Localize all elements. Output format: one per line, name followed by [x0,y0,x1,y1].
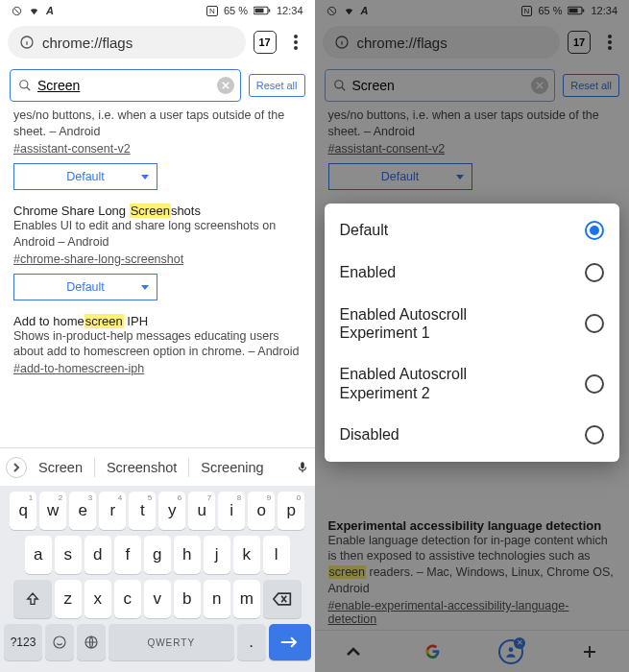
key-s[interactable]: s [55,536,82,574]
backspace-key[interactable] [263,580,302,618]
key-p[interactable]: p0 [278,492,304,530]
reset-all-button[interactable]: Reset all [249,74,305,97]
url-field[interactable]: chrome://flags [323,26,561,59]
option-autoscroll-1[interactable]: Enabled Autoscroll Experiment 1 [325,294,620,353]
info-icon [334,35,350,50]
flags-search-box[interactable] [325,69,556,102]
language-key[interactable] [77,624,106,660]
flag-anchor[interactable]: #enable-experimental-accessibility-langu… [328,599,617,626]
flag-desc: Shows in-product-help messages educating… [13,328,302,361]
clear-search-button[interactable] [217,77,234,94]
overflow-menu-button[interactable] [284,35,307,50]
flag-anchor[interactable]: #assistant-consent-v2 [328,142,446,156]
key-h[interactable]: h [174,536,201,574]
key-x[interactable]: x [85,580,111,618]
key-m[interactable]: m [233,580,260,618]
key-a[interactable]: a [25,536,52,574]
flags-search-input[interactable] [352,78,526,93]
key-l[interactable]: l [263,536,290,574]
key-f[interactable]: f [114,536,141,574]
key-q[interactable]: q1 [10,492,36,530]
flag-dropdown[interactable]: Default [13,163,157,190]
google-button[interactable] [415,635,449,669]
radio-icon [585,263,604,282]
google-logo-icon [425,644,440,659]
expand-suggestions-button[interactable] [6,457,27,478]
account-button[interactable]: ✕ [494,635,528,669]
flag-title: Experimental accessibility language dete… [328,518,617,533]
key-j[interactable]: j [204,536,230,574]
globe-icon [84,635,99,650]
collapse-button[interactable] [336,635,371,669]
key-n[interactable]: n [204,580,230,618]
flags-search-input[interactable] [37,78,211,93]
clear-search-button[interactable] [531,77,548,94]
key-e[interactable]: e3 [69,492,96,530]
key-u[interactable]: u7 [188,492,215,530]
do-not-disturb-icon [327,6,337,16]
shift-key[interactable] [13,580,52,618]
radio-selected-icon [585,221,604,240]
flag-desc: Enable language detection for in-page co… [328,533,617,598]
suggestion[interactable]: Screen [33,456,88,479]
flags-search-box[interactable] [10,69,241,102]
flags-search-row: Reset all [315,63,630,108]
key-b[interactable]: b [174,580,201,618]
option-default[interactable]: Default [325,209,620,252]
flag-anchor[interactable]: #assistant-consent-v2 [13,142,131,156]
option-label: Default [340,222,389,239]
overflow-menu-button[interactable] [598,35,621,50]
svg-point-9 [54,636,65,648]
radio-icon [585,425,604,444]
battery-text: 65 % [538,5,562,16]
status-bar: A N 65 % 12:34 [315,0,630,21]
svg-rect-2 [254,9,263,13]
reset-all-button[interactable]: Reset all [563,74,619,97]
key-k[interactable]: k [233,536,260,574]
symbols-key[interactable]: ?123 [4,624,42,660]
key-w[interactable]: w2 [39,492,66,530]
option-enabled[interactable]: Enabled [325,252,620,294]
url-field[interactable]: chrome://flags [8,26,246,59]
tab-count-button[interactable]: 17 [254,31,277,54]
dots-vertical-icon [294,35,298,50]
search-icon [333,79,347,92]
period-key[interactable]: . [237,624,266,660]
tab-count-button[interactable]: 17 [568,31,591,54]
url-text: chrome://flags [357,35,448,51]
option-disabled[interactable]: Disabled [325,414,620,456]
flags-list: yes/no buttons, i.e. when a user taps ou… [315,108,630,190]
svg-rect-14 [583,10,585,12]
dots-vertical-icon [608,35,612,50]
mic-icon[interactable] [296,459,309,476]
svg-point-16 [608,35,612,38]
flag-anchor[interactable]: #chrome-share-long-screenshot [13,252,183,266]
key-t[interactable]: t5 [129,492,156,530]
space-key[interactable]: QWERTY [109,624,234,660]
wifi-icon [28,6,40,16]
suggestion[interactable]: Screenshot [101,456,182,479]
key-o[interactable]: o9 [248,492,275,530]
key-v[interactable]: v [144,580,171,618]
suggestion-bar: Screen Screenshot Screening [0,447,315,486]
flag-anchor[interactable]: #add-to-homescreen-iph [13,362,144,375]
key-g[interactable]: g [144,536,171,574]
flag-dropdown[interactable]: Default [13,274,157,300]
key-c[interactable]: c [114,580,141,618]
do-not-disturb-icon [12,6,22,16]
emoji-key[interactable] [45,624,74,660]
key-r[interactable]: r4 [99,492,126,530]
key-d[interactable]: d [85,536,111,574]
add-button[interactable] [572,635,607,669]
key-i[interactable]: i8 [218,492,245,530]
flags-list-bg: Experimental accessibility language dete… [315,505,630,627]
option-autoscroll-2[interactable]: Enabled Autoscroll Experiment 2 [325,353,620,413]
keyboard: Screen Screenshot Screening q1w2e3r4t5y6… [0,447,315,672]
option-label: Enabled Autoscroll Experiment 1 [340,305,532,342]
key-z[interactable]: z [55,580,82,618]
svg-rect-13 [569,9,578,13]
flag-dropdown[interactable]: Default [328,163,472,190]
key-y[interactable]: y6 [158,492,185,530]
suggestion[interactable]: Screening [195,456,269,479]
enter-key[interactable] [269,624,311,660]
